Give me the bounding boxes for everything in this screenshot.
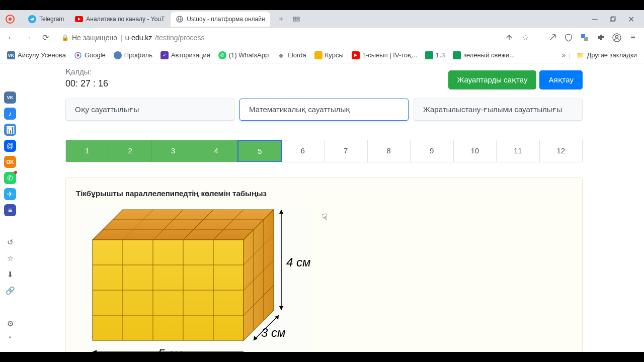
bookmark-item[interactable]: VKАйсулу Усенова <box>4 49 69 61</box>
svg-point-16 <box>76 54 79 56</box>
width-label: 5 см <box>158 347 182 352</box>
question-number-3[interactable]: 3 <box>152 140 195 162</box>
menu-icon[interactable]: ≡ <box>626 31 640 45</box>
height-label: 4 см <box>286 255 310 269</box>
address-bar: ← → ⟳ 🔒 Не защищено | u-edu.kz/testing/p… <box>0 28 644 47</box>
forward-button[interactable]: → <box>21 31 35 45</box>
tab-title: Аналитика по каналу - YouT <box>86 16 165 23</box>
tab-bar: Telegram Аналитика по каналу - YouT Ustu… <box>0 10 644 28</box>
sidebar-link-icon[interactable]: 🔗 <box>4 285 16 297</box>
sidebar-vk-icon[interactable]: VK <box>4 92 16 104</box>
telegram-icon <box>28 15 36 23</box>
question-number-9[interactable]: 9 <box>411 140 454 162</box>
question-number-2[interactable]: 2 <box>109 140 152 162</box>
svg-rect-10 <box>611 17 615 21</box>
send-icon[interactable] <box>545 31 559 45</box>
browser-logo-icon[interactable] <box>4 13 16 25</box>
url-domain: u-edu.kz <box>125 34 152 42</box>
tab-title: Ustudy - платформа онлайн <box>187 16 265 23</box>
save-answers-button[interactable]: Жауаптарды сақтау <box>448 70 537 89</box>
sidebar-list-icon[interactable]: ≡ <box>4 204 16 216</box>
bookmark-item[interactable]: ✆(1) WhatsApp <box>215 49 272 61</box>
bookmarks-overflow-icon[interactable]: » <box>562 51 566 59</box>
section-tab-science[interactable]: Жаратылыстану-ғылыми сауаттылығы <box>414 99 583 121</box>
bookmark-item[interactable]: Курсы <box>311 49 347 61</box>
tab-search-button[interactable] <box>290 13 302 25</box>
sidebar-collapse-icon[interactable]: ˄ <box>4 334 16 346</box>
browser-sidebar: VK ♪ 📊 @ OK ✆ ✈ ≡ ↺ ☆ ⬇ 🔗 ⚙ ˄ <box>0 63 20 352</box>
translate-icon[interactable] <box>578 31 592 45</box>
bookmark-item[interactable]: Профиль <box>111 49 155 61</box>
url-input[interactable]: 🔒 Не защищено | u-edu.kz/testing/process <box>55 31 499 45</box>
section-tab-reading[interactable]: Оқу сауаттылығы <box>65 99 234 121</box>
close-button[interactable]: ✕ <box>624 12 638 26</box>
bookmark-item[interactable]: ◆Elorda <box>274 49 309 61</box>
sidebar-stats-icon[interactable]: 📊 <box>4 124 16 136</box>
bookmark-item[interactable]: зеленый свежи... <box>450 49 518 61</box>
other-bookmarks-folder[interactable]: 📁Другие закладки <box>573 49 640 61</box>
svg-rect-5 <box>293 17 296 19</box>
reload-button[interactable]: ⟳ <box>38 31 52 45</box>
question-number-10[interactable]: 10 <box>454 140 497 162</box>
svg-rect-9 <box>610 18 614 22</box>
tab-title: Telegram <box>39 16 64 23</box>
question-number-5[interactable]: 5 <box>237 140 282 162</box>
sidebar-history-icon[interactable]: ↺ <box>4 236 16 248</box>
globe-icon <box>176 15 184 23</box>
tab-ustudy[interactable]: Ustudy - платформа онлайн <box>171 12 270 27</box>
share-icon[interactable] <box>502 31 516 45</box>
question-number-12[interactable]: 12 <box>540 140 583 162</box>
sidebar-whatsapp-icon[interactable]: ✆ <box>4 172 16 184</box>
section-tabs: Оқу сауаттылығы Математикалық сауаттылық… <box>65 99 583 121</box>
not-secure-icon: 🔒 <box>61 34 69 41</box>
sidebar-downloads-icon[interactable]: ⬇ <box>4 268 16 281</box>
back-button[interactable]: ← <box>4 31 18 45</box>
section-tab-math[interactable]: Математикалық сауаттылық <box>239 99 409 121</box>
minimize-button[interactable]: ─ <box>588 12 602 26</box>
bookmark-star-icon[interactable]: ☆ <box>518 31 532 45</box>
shield-icon[interactable] <box>561 31 576 45</box>
bookmark-item[interactable]: ✓Авторизация <box>157 49 213 61</box>
question-number-8[interactable]: 8 <box>368 140 411 162</box>
svg-rect-8 <box>297 20 299 21</box>
question-panel: Тікбұрышты параллелепипедтің көлемін таб… <box>65 177 583 352</box>
bookmark-item[interactable]: ▶1-сынып | IV-тоқ... <box>349 49 420 61</box>
question-number-11[interactable]: 11 <box>497 140 540 162</box>
question-number-4[interactable]: 4 <box>195 140 238 162</box>
svg-point-14 <box>616 35 618 38</box>
sidebar-favorites-icon[interactable]: ☆ <box>4 252 16 264</box>
sidebar-music-icon[interactable]: ♪ <box>4 108 16 120</box>
sidebar-settings-icon[interactable]: ⚙ <box>4 318 16 330</box>
maximize-button[interactable] <box>606 12 620 26</box>
secure-label: Не защищено <box>72 34 117 42</box>
bookmark-item[interactable]: 1.3 <box>422 49 448 61</box>
extensions-icon[interactable] <box>594 31 608 45</box>
svg-rect-12 <box>584 37 588 41</box>
svg-rect-7 <box>293 20 296 21</box>
depth-label: 3 см <box>261 326 285 339</box>
question-number-7[interactable]: 7 <box>325 140 368 162</box>
question-image: 4 см 3 см 5 см <box>80 207 311 352</box>
sidebar-ok-icon[interactable]: OK <box>4 156 16 168</box>
page-content: ▼ Қалды: 00: 27 : 16 Жауаптарды сақтау А… <box>20 63 638 352</box>
question-text: Тікбұрышты параллелепипедтің көлемін таб… <box>76 189 572 198</box>
youtube-icon <box>75 15 83 23</box>
profile-icon[interactable] <box>610 31 624 45</box>
new-tab-button[interactable]: + <box>275 13 287 25</box>
question-navigator: 123456789101112 <box>65 140 583 162</box>
sidebar-telegram-icon[interactable]: ✈ <box>4 188 16 200</box>
svg-rect-6 <box>297 17 299 19</box>
tab-youtube-analytics[interactable]: Аналитика по каналу - YouT <box>70 12 170 27</box>
tab-telegram[interactable]: Telegram <box>23 12 69 27</box>
bookmark-item[interactable]: Google <box>71 49 109 61</box>
question-number-1[interactable]: 1 <box>66 140 109 162</box>
url-path: /testing/process <box>155 34 204 42</box>
timer-label: Қалды: <box>65 67 448 76</box>
bookmarks-bar: VKАйсулу Усенова Google Профиль ✓Авториз… <box>0 47 644 63</box>
question-number-6[interactable]: 6 <box>282 140 325 162</box>
svg-point-1 <box>9 18 12 21</box>
finish-button[interactable]: Аяқтау <box>539 70 583 89</box>
timer-value: 00: 27 : 16 <box>65 78 448 89</box>
sidebar-mail-icon[interactable]: @ <box>4 140 16 152</box>
